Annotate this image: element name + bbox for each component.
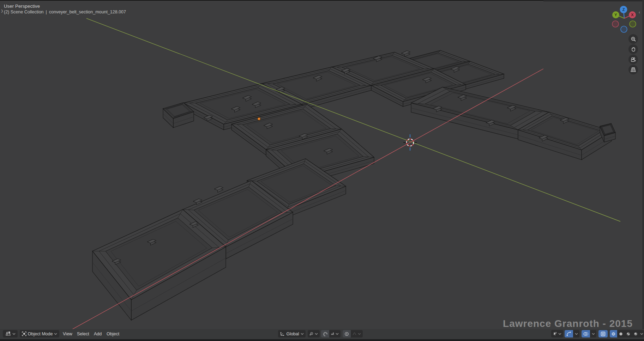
chevron-down-icon [358, 333, 361, 335]
pivot-point-icon [309, 331, 313, 336]
view-perspective-label: User Perspective [4, 4, 40, 9]
proportional-falloff-dropdown[interactable] [351, 330, 363, 337]
selected-object-origin-dot[interactable] [258, 117, 260, 120]
snap-toggle-button[interactable] [321, 330, 329, 337]
zoom-button[interactable] [628, 34, 638, 44]
overlays-toggle[interactable] [582, 330, 590, 337]
overlays-icon [583, 331, 588, 336]
active-object-label: conveyer_belt_section_mount_128.007 [49, 10, 126, 14]
chevron-down-icon [54, 333, 57, 335]
falloff-curve-icon [353, 331, 356, 336]
viewport-editor-icon [5, 331, 11, 336]
chevron-down-icon [558, 333, 561, 335]
proportional-edit-toggle[interactable] [343, 330, 351, 337]
menu-view[interactable]: View [61, 330, 74, 337]
shading-material-button[interactable] [625, 330, 632, 337]
gizmo-axis-neg-y[interactable] [630, 21, 636, 27]
menu-object[interactable]: Object [104, 330, 121, 337]
wireframe-sphere-icon [612, 331, 615, 336]
gizmos-toggle[interactable] [565, 330, 573, 337]
gizmo-axis-neg-z[interactable] [621, 26, 627, 32]
pan-hand-icon [631, 47, 636, 52]
transform-orientation-label: Global [286, 331, 299, 336]
menu-add[interactable]: Add [92, 330, 104, 337]
perspective-toggle-button[interactable] [628, 65, 638, 74]
breadcrumb-separator: | [46, 10, 47, 14]
pivot-point-dropdown[interactable] [308, 330, 320, 337]
viewport-canvas[interactable] [0, 0, 644, 341]
orientation-axes-icon [280, 331, 285, 336]
chevron-down-icon [336, 333, 339, 335]
mode-selector[interactable]: Object Mode [20, 330, 59, 337]
breadcrumb-chevron-icon[interactable]: ❯ [1, 9, 4, 13]
solid-sphere-icon [619, 331, 623, 336]
selectability-visibility-icon [553, 331, 557, 336]
editor-type-button[interactable] [3, 330, 18, 337]
chevron-down-icon [575, 333, 578, 335]
window-bottom-edge [0, 339, 644, 341]
camera-view-icon [630, 57, 636, 62]
material-sphere-icon [626, 331, 630, 336]
snap-increment-icon [331, 331, 334, 336]
shading-dropdown[interactable] [639, 330, 644, 337]
breadcrumb: (2) Scene Collection|conveyer_belt_secti… [4, 10, 126, 14]
right-edge-strip [642, 0, 644, 341]
gizmo-y-label: Y [614, 13, 617, 17]
gizmo-icon [566, 331, 571, 336]
navigation-gizmo[interactable]: Z Y X [608, 1, 642, 34]
rendered-sphere-icon [634, 331, 638, 336]
overlays-dropdown[interactable] [590, 330, 596, 337]
active-collection-label: (2) Scene Collection [4, 10, 44, 14]
chevron-down-icon [12, 333, 16, 335]
gizmo-x-label: X [631, 13, 634, 17]
snap-target-dropdown[interactable] [329, 330, 341, 337]
shading-wireframe-button[interactable] [610, 330, 617, 337]
chevron-down-icon [301, 333, 304, 335]
gizmos-dropdown[interactable] [573, 330, 579, 337]
chevron-down-icon [592, 333, 595, 335]
proportional-edit-icon [344, 331, 349, 336]
chevron-down-icon [315, 333, 318, 335]
blender-3d-viewport: User Perspective ❯ (2) Scene Collection|… [0, 0, 644, 341]
watermark-text: Lawrence Granroth - 2015 [503, 318, 633, 329]
gizmo-axis-neg-x[interactable] [612, 21, 619, 27]
menu-select[interactable]: Select [75, 330, 91, 337]
magnet-icon [323, 331, 327, 336]
chevron-down-icon [640, 333, 643, 335]
gizmo-z-label: Z [622, 7, 625, 12]
xray-toggle-icon [601, 331, 606, 336]
mode-selector-label: Object Mode [28, 331, 53, 336]
object-mode-icon [22, 331, 26, 336]
pan-button[interactable] [628, 44, 638, 54]
xray-toggle[interactable] [598, 330, 608, 337]
perspective-grid-icon [630, 67, 636, 72]
shading-rendered-button[interactable] [632, 330, 639, 337]
zoom-icon [631, 36, 636, 42]
camera-view-button[interactable] [628, 55, 638, 64]
viewport-header: Object Mode View Select Add Object Globa… [0, 329, 644, 339]
object-types-visibility-dropdown[interactable] [551, 330, 563, 337]
transform-orientation-dropdown[interactable]: Global [278, 330, 306, 337]
shading-solid-button[interactable] [617, 330, 625, 337]
